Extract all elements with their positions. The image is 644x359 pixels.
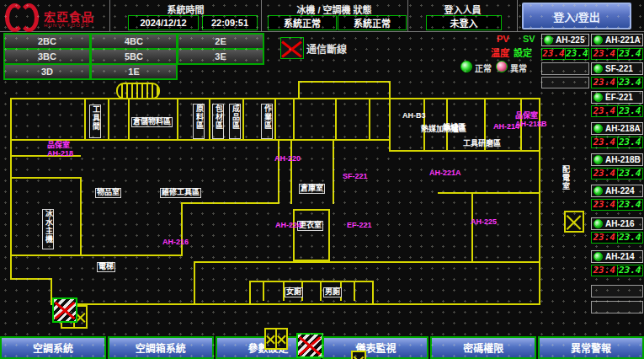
sv-value: 23.4	[618, 265, 643, 276]
pv-value: 23.4	[542, 49, 566, 59]
status-led-icon	[544, 35, 553, 45]
wall	[298, 81, 391, 99]
sv-value: 23.4	[618, 233, 643, 243]
wall	[369, 99, 370, 140]
device-label-ah-221a: AH-221A	[429, 169, 461, 178]
unit-label: AH-216	[605, 219, 634, 228]
unit-label: SF-221	[605, 64, 633, 73]
room-label: AH-B3	[402, 112, 426, 121]
unit-ef-221-values: 23.423.4	[591, 105, 643, 117]
floor-button-2bc[interactable]: 2BC	[3, 33, 91, 50]
stairs-icon	[564, 211, 584, 233]
room-label: 冰水主機	[42, 209, 54, 249]
unit-ah-218b[interactable]: AH-218B	[591, 153, 643, 166]
unit-label: AH-225	[556, 35, 584, 45]
sv-value: 23.4	[566, 49, 588, 59]
device-label-sf-221: SF-221	[343, 173, 368, 181]
unit-ah-224[interactable]: AH-224	[591, 185, 643, 197]
wall	[181, 202, 279, 204]
status-led-icon	[593, 252, 603, 261]
unit-ah-214[interactable]: AH-214	[591, 250, 643, 263]
floor-button-3bc[interactable]: 3BC	[3, 48, 91, 65]
wall	[320, 281, 322, 301]
room-label: 女廁	[285, 287, 303, 297]
unit-ah-214-values: 23.423.4	[591, 265, 643, 276]
room-label: 鍋爐區	[443, 124, 466, 132]
unit-ah-221a[interactable]: AH-221A	[591, 34, 643, 46]
floor-button-2e[interactable]: 2E	[177, 33, 264, 50]
room-label: 工具研磨區	[463, 140, 501, 148]
normal-led-icon	[460, 61, 472, 72]
wall	[274, 99, 276, 140]
wall	[108, 99, 109, 140]
room-label: 包材區	[212, 104, 224, 139]
unit-ah-224-values: 23.423.4	[591, 199, 643, 211]
room-label: 倉庫室	[299, 184, 325, 194]
pv-value: 23.4	[592, 200, 618, 210]
unit-ah-216-values: 23.423.4	[591, 232, 643, 244]
pv-value: 23.4	[592, 265, 618, 276]
machine-status-label: 冰機 / 空調機 狀態	[263, 3, 406, 16]
unit-ah-218a[interactable]: AH-218A	[591, 122, 643, 135]
device-label-ah-220: AH-220	[274, 155, 301, 163]
floor-button-5bc[interactable]: 5BC	[90, 48, 178, 65]
wall	[471, 192, 473, 263]
floor-button-1e[interactable]: 1E	[90, 63, 178, 80]
login-logout-button[interactable]: 登入/登出	[522, 3, 631, 29]
status-led-icon	[593, 219, 603, 228]
unit-label: AH-218B	[605, 155, 641, 164]
status-led-icon	[593, 35, 603, 45]
comm-fail-icon	[280, 37, 304, 59]
wall	[10, 278, 52, 280]
unit-sf-221[interactable]: SF-221	[591, 62, 643, 75]
unit-ah-225[interactable]: AH-225	[541, 34, 589, 46]
empty-slot	[591, 285, 643, 297]
pv-legend: PV	[497, 34, 509, 44]
wall	[10, 98, 12, 280]
device-ah-220[interactable]	[296, 333, 323, 358]
system-date-value: 2024/12/12	[128, 15, 199, 30]
unit-label: AH-218A	[605, 124, 641, 133]
header-divider	[407, 0, 408, 31]
logo: 宏亞食品 HUNYA FOODS	[5, 3, 94, 35]
nav-button-password-authority[interactable]: 密碼權限	[430, 336, 536, 359]
nav-button-abnormal-alarm[interactable]: 異常警報	[538, 336, 644, 359]
status-led-icon	[593, 64, 603, 73]
room-label: 配電室	[561, 165, 569, 196]
floor-button-3e[interactable]: 3E	[177, 48, 264, 65]
sv-value: 23.4	[618, 106, 643, 116]
floor-button-3d[interactable]: 3D	[3, 63, 91, 80]
header-divider	[261, 0, 262, 31]
device-label-ah-218: 品保室 AH-218	[47, 142, 73, 158]
pv-value: 23.4	[592, 233, 618, 243]
header-divider	[109, 0, 110, 31]
chiller-status-value: 系統正常	[268, 15, 337, 30]
device-ah-218[interactable]	[52, 297, 77, 323]
unit-sf-221-values: 23.423.4	[591, 77, 643, 88]
device-label-ah-216: AH-216	[162, 238, 189, 247]
unit-ah-216[interactable]: AH-216	[591, 217, 643, 230]
room-label: 作業區	[261, 104, 273, 139]
nav-button-instrument-monitor[interactable]: 儀表監視	[322, 336, 428, 359]
sv-set-legend: 設定	[514, 46, 532, 59]
wall	[539, 98, 540, 305]
floor-button-4bc[interactable]: 4BC	[90, 33, 178, 50]
nav-button-ahu-system[interactable]: 空調箱系統	[108, 336, 214, 359]
nav-button-ac-system[interactable]: 空調系統	[0, 336, 106, 359]
device-label-ah-225: AH-225	[471, 218, 497, 227]
unit-label: AH-214	[605, 252, 634, 261]
wall	[209, 99, 210, 140]
login-user-label: 登入人員	[410, 3, 515, 16]
wall	[10, 177, 82, 179]
ac-status-value: 系統正常	[338, 15, 407, 30]
normal-legend-label: 正常	[475, 62, 492, 74]
stairs-icon	[264, 328, 288, 350]
sv-value: 23.4	[618, 49, 643, 59]
unit-ef-221[interactable]: EF-221	[591, 91, 643, 104]
room-label: 原料區	[193, 104, 205, 139]
empty-slot	[541, 62, 589, 75]
wall	[263, 281, 264, 301]
pv-value: 23.4	[592, 169, 618, 179]
pv-value: 23.4	[592, 49, 618, 59]
empty-slot	[541, 77, 589, 88]
